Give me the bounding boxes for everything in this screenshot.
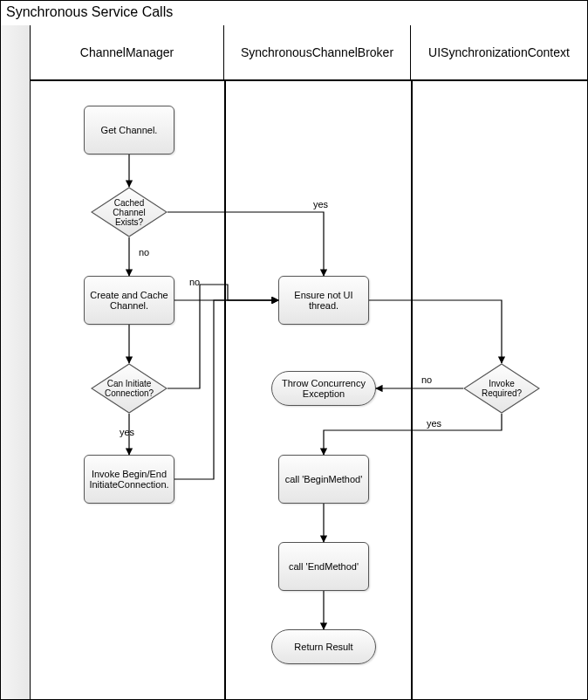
node-call-begin: call 'BeginMethod' xyxy=(278,455,369,504)
edge-label-yes: yes xyxy=(120,427,134,437)
swimlane-side xyxy=(1,25,31,699)
lane-header-channelmanager: ChannelManager xyxy=(31,25,224,79)
edge-label-yes: yes xyxy=(313,199,328,209)
lane-divider xyxy=(411,79,413,699)
lane-header-synchronouschannelbroker: SynchronousChannelBroker xyxy=(224,25,411,79)
lane-divider xyxy=(224,79,226,699)
node-can-initiate-connection: Can Initiate Connection? xyxy=(91,363,168,414)
edge-label-no: no xyxy=(421,374,432,385)
node-return-result: Return Result xyxy=(271,629,376,664)
node-invoke-begin-end: Invoke Begin/End InitiateConnection. xyxy=(84,455,174,504)
diagram-frame: Synchronous Service Calls ChannelManager… xyxy=(0,0,588,700)
lane-header-uisynchronizationcontext: UISynchronizationContext xyxy=(411,25,587,79)
edge-label-no: no xyxy=(189,277,200,287)
node-throw-concurrency: Throw Concurrency Exception xyxy=(271,371,376,406)
node-label: Can Initiate Connection? xyxy=(91,363,168,414)
node-invoke-required: Invoke Required? xyxy=(463,363,540,414)
node-cached-channel-exists: Cached Channel Exists? xyxy=(91,187,168,237)
node-label: Invoke Required? xyxy=(463,363,540,414)
edge-label-no: no xyxy=(139,247,149,257)
node-create-cache-channel: Create and Cache Channel. xyxy=(84,276,174,325)
node-label: Cached Channel Exists? xyxy=(91,187,168,237)
node-get-channel: Get Channel. xyxy=(84,106,174,154)
diagram-title: Synchronous Service Calls xyxy=(6,4,173,20)
divider xyxy=(31,79,588,81)
node-call-end: call 'EndMethod' xyxy=(278,542,369,591)
edge-label-yes: yes xyxy=(427,418,441,429)
node-ensure-not-ui: Ensure not UI thread. xyxy=(278,276,369,325)
